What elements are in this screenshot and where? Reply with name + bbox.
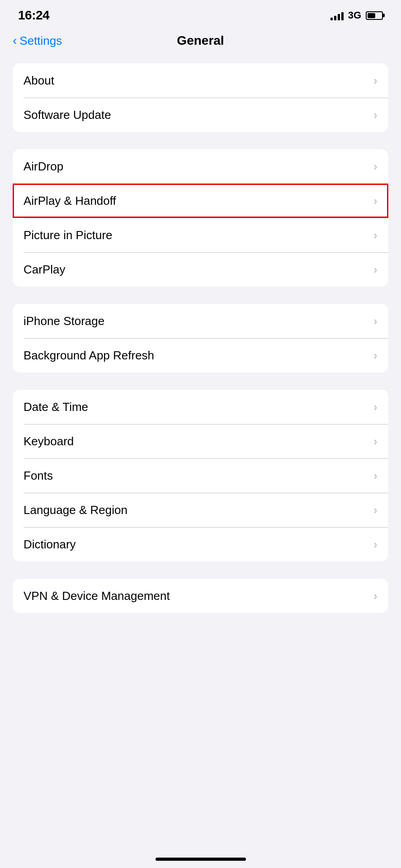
settings-group-group3: iPhone Storage›Background App Refresh›	[13, 304, 388, 373]
settings-item-airplay-handoff[interactable]: AirPlay & Handoff›	[13, 184, 388, 218]
chevron-icon-dictionary: ›	[373, 538, 377, 552]
settings-label-background-app-refresh: Background App Refresh	[24, 349, 154, 363]
chevron-icon-picture-in-picture: ›	[373, 228, 377, 242]
chevron-icon-software-update: ›	[373, 108, 377, 122]
settings-group-group1: About›Software Update›	[13, 63, 388, 132]
settings-label-software-update: Software Update	[24, 108, 111, 122]
settings-item-background-app-refresh[interactable]: Background App Refresh›	[13, 338, 388, 373]
chevron-icon-language-region: ›	[373, 503, 377, 517]
chevron-icon-background-app-refresh: ›	[373, 349, 377, 363]
settings-item-fonts[interactable]: Fonts›	[13, 458, 388, 493]
chevron-icon-airdrop: ›	[373, 160, 377, 174]
battery-icon	[366, 11, 383, 20]
settings-item-language-region[interactable]: Language & Region›	[13, 493, 388, 527]
settings-item-dictionary[interactable]: Dictionary›	[13, 527, 388, 561]
settings-label-airplay-handoff: AirPlay & Handoff	[24, 194, 116, 208]
signal-bars-icon	[330, 10, 344, 20]
settings-item-vpn-device-management[interactable]: VPN & Device Management›	[13, 579, 388, 613]
chevron-icon-keyboard: ›	[373, 434, 377, 448]
settings-label-dictionary: Dictionary	[24, 538, 76, 552]
back-chevron-icon: ‹	[13, 34, 17, 47]
settings-item-carplay[interactable]: CarPlay›	[13, 252, 388, 287]
back-label: Settings	[19, 34, 62, 48]
nav-header: ‹ Settings General	[0, 27, 401, 59]
settings-item-keyboard[interactable]: Keyboard›	[13, 424, 388, 458]
home-indicator	[156, 858, 246, 861]
settings-label-language-region: Language & Region	[24, 503, 127, 517]
settings-group-group5: VPN & Device Management›	[13, 579, 388, 613]
settings-label-carplay: CarPlay	[24, 263, 65, 277]
settings-label-date-time: Date & Time	[24, 400, 88, 414]
chevron-icon-iphone-storage: ›	[373, 314, 377, 328]
settings-group-group2: AirDrop›AirPlay & Handoff›Picture in Pic…	[13, 149, 388, 287]
settings-item-about[interactable]: About›	[13, 63, 388, 98]
status-bar: 16:24 3G	[0, 0, 401, 27]
settings-item-picture-in-picture[interactable]: Picture in Picture›	[13, 218, 388, 252]
settings-label-vpn-device-management: VPN & Device Management	[24, 589, 170, 603]
network-type: 3G	[348, 9, 361, 21]
settings-label-keyboard: Keyboard	[24, 434, 74, 448]
settings-item-airdrop[interactable]: AirDrop›	[13, 149, 388, 184]
chevron-icon-fonts: ›	[373, 469, 377, 483]
status-time: 16:24	[18, 8, 49, 23]
chevron-icon-date-time: ›	[373, 400, 377, 414]
chevron-icon-vpn-device-management: ›	[373, 589, 377, 603]
settings-label-airdrop: AirDrop	[24, 160, 63, 174]
settings-item-software-update[interactable]: Software Update›	[13, 98, 388, 132]
back-button[interactable]: ‹ Settings	[13, 34, 62, 48]
chevron-icon-airplay-handoff: ›	[373, 194, 377, 208]
settings-label-fonts: Fonts	[24, 469, 53, 483]
page-title: General	[177, 33, 224, 48]
settings-content: About›Software Update›AirDrop›AirPlay & …	[0, 59, 401, 648]
chevron-icon-carplay: ›	[373, 263, 377, 277]
settings-label-about: About	[24, 74, 54, 88]
settings-group-group4: Date & Time›Keyboard›Fonts›Language & Re…	[13, 390, 388, 561]
settings-item-iphone-storage[interactable]: iPhone Storage›	[13, 304, 388, 338]
chevron-icon-about: ›	[373, 74, 377, 88]
status-icons: 3G	[330, 9, 383, 21]
settings-item-date-time[interactable]: Date & Time›	[13, 390, 388, 424]
settings-label-iphone-storage: iPhone Storage	[24, 314, 104, 328]
settings-label-picture-in-picture: Picture in Picture	[24, 228, 113, 242]
